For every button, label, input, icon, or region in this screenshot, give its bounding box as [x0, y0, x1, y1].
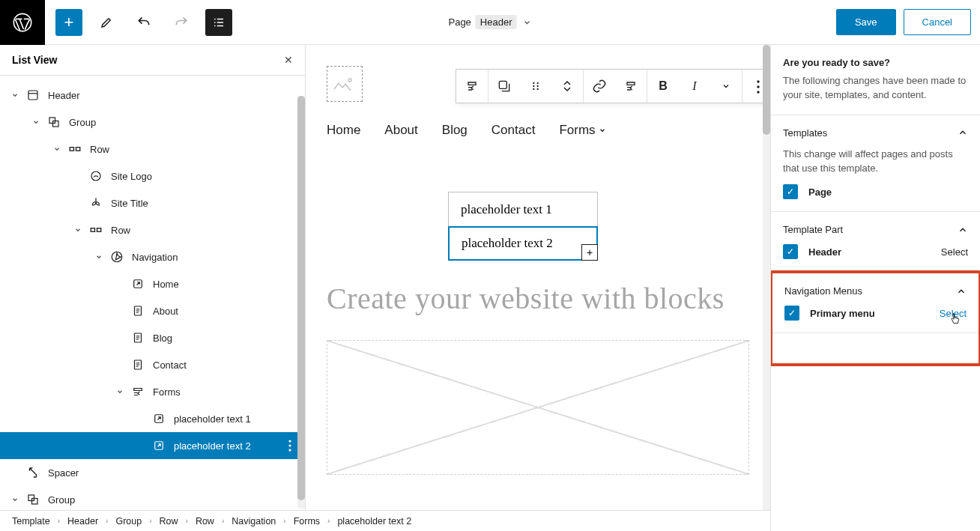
header-checkbox-row: ✓ Header Select: [783, 244, 968, 259]
nav-item-blog[interactable]: Blog: [442, 123, 468, 138]
cancel-button[interactable]: Cancel: [904, 9, 971, 35]
breadcrumb-item[interactable]: Template: [12, 516, 50, 527]
list-item[interactable]: Forms: [0, 378, 305, 405]
nav-item-home[interactable]: Home: [327, 123, 360, 138]
list-item[interactable]: Blog: [0, 324, 305, 351]
move-updown[interactable]: [551, 69, 583, 103]
template-part-heading: Template Part: [783, 224, 843, 235]
template-part-header[interactable]: Template Part: [783, 224, 968, 235]
svg-rect-8: [97, 228, 101, 232]
page-icon: [129, 358, 147, 371]
list-item[interactable]: Group: [0, 109, 305, 136]
breadcrumb-item[interactable]: Row: [196, 516, 214, 527]
svg-point-25: [533, 85, 534, 87]
listview-toggle[interactable]: [205, 9, 232, 36]
header-checkbox[interactable]: ✓: [783, 244, 798, 259]
list-item[interactable]: Site Logo: [0, 163, 305, 189]
redo-button[interactable]: [168, 9, 195, 36]
primary-menu-row: ✓ Primary menu Select: [784, 306, 967, 321]
nav-item-contact[interactable]: Contact: [491, 123, 536, 138]
list-item[interactable]: Contact: [0, 351, 305, 378]
wordpress-logo[interactable]: [0, 0, 45, 45]
image-placeholder[interactable]: [327, 340, 749, 475]
close-icon[interactable]: ✕: [284, 54, 293, 66]
canvas-scrollbar-thumb[interactable]: [763, 45, 770, 135]
page-icon: [129, 304, 147, 318]
svg-rect-3: [53, 121, 59, 127]
header-select-link[interactable]: Select: [941, 246, 968, 258]
breadcrumb-item[interactable]: Header: [67, 516, 98, 527]
top-toolbar: + Page Header Save Cancel: [0, 0, 980, 45]
spacer-icon: [24, 466, 42, 479]
list-item[interactable]: Navigation: [0, 243, 305, 270]
svg-point-21: [348, 79, 351, 82]
more-icon[interactable]: [288, 440, 291, 452]
drag-handle-icon[interactable]: [520, 69, 551, 103]
site-logo-placeholder[interactable]: [327, 66, 363, 102]
templates-header[interactable]: Templates: [783, 127, 968, 139]
add-block-button[interactable]: +: [55, 9, 82, 36]
list-item[interactable]: Spacer: [0, 459, 305, 486]
list-item[interactable]: Group: [0, 486, 305, 510]
list-view-title: List View: [12, 54, 57, 66]
block-type-icon[interactable]: [456, 69, 488, 103]
list-item[interactable]: Row: [0, 216, 305, 243]
doc-title-tag: Header: [476, 15, 517, 29]
primary-menu-checkbox[interactable]: ✓: [784, 306, 799, 321]
list-item[interactable]: placeholder text 2: [0, 432, 305, 459]
header-checkbox-label: Header: [808, 246, 841, 258]
more-format-icon[interactable]: [710, 69, 742, 103]
list-item[interactable]: About: [0, 297, 305, 324]
list-item-label: Row: [111, 225, 130, 236]
page-checkbox[interactable]: ✓: [783, 184, 798, 199]
svg-point-30: [757, 85, 759, 88]
list-item[interactable]: Header: [0, 82, 305, 109]
breadcrumb-item[interactable]: Forms: [294, 516, 320, 527]
add-item-button[interactable]: +: [581, 244, 598, 261]
top-actions: Save Cancel: [836, 9, 971, 35]
bold-button[interactable]: B: [647, 69, 679, 103]
italic-button[interactable]: I: [679, 69, 710, 103]
save-prompt-section: Are you ready to save? The following cha…: [771, 45, 980, 115]
sitetitle-icon: [87, 196, 105, 210]
breadcrumb-item[interactable]: Group: [115, 516, 142, 527]
document-title[interactable]: Page Header: [448, 15, 531, 29]
submenu-item-1[interactable]: placeholder text 1: [449, 192, 597, 227]
list-item[interactable]: Site Title: [0, 189, 305, 216]
edit-icon[interactable]: [93, 9, 120, 36]
submenu-item-2[interactable]: placeholder text 2: [448, 226, 598, 261]
group-icon: [24, 493, 42, 506]
breadcrumb-item[interactable]: Row: [160, 516, 178, 527]
scrollbar-thumb[interactable]: [297, 96, 305, 500]
save-panel: Are you ready to save? The following cha…: [770, 45, 980, 531]
list-item[interactable]: placeholder text 1: [0, 405, 305, 432]
list-item[interactable]: Row: [0, 136, 305, 163]
svg-point-28: [537, 88, 539, 90]
submenu-icon[interactable]: [615, 69, 647, 103]
svg-point-16: [288, 440, 291, 442]
breadcrumb-item[interactable]: Navigation: [232, 516, 276, 527]
link-icon[interactable]: [584, 69, 615, 103]
list-item[interactable]: Home: [0, 270, 305, 297]
list-item-label: Home: [153, 279, 179, 290]
save-button[interactable]: Save: [836, 9, 896, 35]
parent-select-icon[interactable]: [489, 69, 520, 103]
list-view-panel: List View ✕ HeaderGroupRowSite LogoSite …: [0, 45, 306, 510]
list-item-label: Contact: [153, 359, 187, 371]
undo-button[interactable]: [130, 9, 157, 36]
linkout-icon: [129, 277, 147, 291]
list-item-label: placeholder text 1: [174, 413, 251, 425]
page-title: Create your website with blocks: [327, 280, 749, 318]
nav-item-about[interactable]: About: [384, 123, 417, 138]
list-item-label: Group: [48, 494, 75, 506]
templates-heading: Templates: [783, 127, 827, 139]
nav-item-forms[interactable]: Forms: [559, 123, 605, 138]
list-item-label: Group: [69, 117, 96, 128]
list-item-label: Site Title: [111, 198, 148, 209]
svg-point-18: [288, 449, 291, 451]
editor-canvas: B I Home About Blog Contact Forms placeh…: [306, 45, 770, 510]
page-icon: [129, 331, 147, 345]
chevron-up-icon: [958, 127, 968, 138]
breadcrumb-item[interactable]: placeholder text 2: [337, 516, 411, 527]
nav-menus-header[interactable]: Navigation Menus: [784, 285, 967, 297]
